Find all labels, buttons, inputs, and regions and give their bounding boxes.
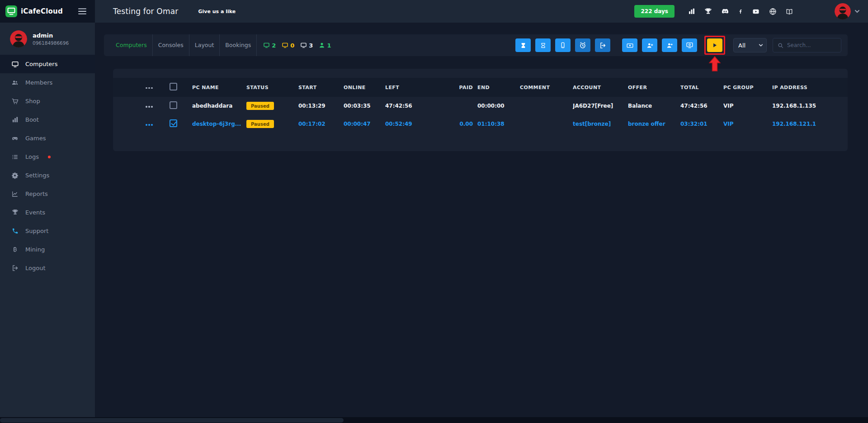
table-row[interactable]: abedhaddara Paused 00:13:29 00:03:35 47:… bbox=[113, 97, 848, 115]
horizontal-scrollbar[interactable] bbox=[0, 417, 868, 423]
pc-group-filter-wrap: All bbox=[733, 38, 767, 52]
search-box bbox=[773, 38, 841, 52]
add-member-button[interactable] bbox=[642, 38, 657, 52]
tab-layout[interactable]: Layout bbox=[189, 34, 220, 56]
alarm-button[interactable] bbox=[575, 38, 590, 52]
pc-group-filter[interactable]: All bbox=[733, 38, 767, 52]
start-session-button[interactable] bbox=[707, 38, 722, 52]
cell-end: 00:00:00 bbox=[477, 103, 520, 109]
user-name: admin bbox=[33, 32, 69, 39]
tab-computers[interactable]: Computers bbox=[110, 34, 153, 56]
notification-dot bbox=[48, 156, 51, 158]
menu-toggle-button[interactable] bbox=[77, 7, 88, 16]
scrollbar-thumb[interactable] bbox=[0, 418, 344, 423]
stats-icon[interactable] bbox=[688, 8, 696, 15]
youtube-icon[interactable] bbox=[751, 8, 760, 15]
discord-icon[interactable] bbox=[721, 8, 730, 15]
monitor-scan-icon bbox=[686, 42, 693, 49]
col-header-comment[interactable]: COMMENT bbox=[520, 85, 573, 90]
sidebar-item-logout[interactable]: Logout bbox=[0, 259, 95, 277]
avatar bbox=[835, 3, 851, 19]
col-header-pc-name[interactable]: PC NAME bbox=[192, 85, 246, 90]
cell-pc-name[interactable]: desktop-6j3rg... bbox=[192, 121, 246, 127]
toolbar: Computers Consoles Layout Bookings 2 0 3… bbox=[104, 34, 848, 56]
mobile-icon bbox=[560, 42, 566, 49]
cell-ip-address: 192.168.121.1 bbox=[772, 121, 837, 127]
col-header-offer[interactable]: OFFER bbox=[628, 85, 680, 90]
row-checkbox[interactable] bbox=[170, 101, 177, 109]
sidebar-item-mining[interactable]: Mining bbox=[0, 240, 95, 259]
cell-left: 00:52:49 bbox=[385, 121, 458, 127]
brand-area: iCafeCloud bbox=[0, 0, 95, 23]
row-checkbox[interactable] bbox=[170, 119, 177, 127]
user-plus-icon bbox=[646, 42, 654, 49]
tab-consoles[interactable]: Consoles bbox=[153, 34, 189, 56]
col-header-online[interactable]: ONLINE bbox=[344, 85, 385, 90]
cart-icon bbox=[11, 98, 19, 105]
sidebar-item-events[interactable]: Events bbox=[0, 203, 95, 222]
add-time-button[interactable] bbox=[515, 38, 531, 52]
header-actions-button[interactable] bbox=[145, 86, 154, 91]
cash-payment-button[interactable] bbox=[622, 38, 637, 52]
col-header-paid[interactable]: PAID bbox=[458, 85, 477, 90]
sidebar-item-computers[interactable]: Computers bbox=[0, 55, 95, 73]
row-actions-button[interactable] bbox=[145, 104, 154, 109]
user-block[interactable]: admin 096184986696 bbox=[0, 23, 95, 53]
col-header-end[interactable]: END bbox=[477, 85, 520, 90]
trophy-icon bbox=[11, 209, 19, 216]
set-time-button[interactable] bbox=[535, 38, 551, 52]
sidebar-item-support[interactable]: Support bbox=[0, 222, 95, 240]
sign-out-icon bbox=[599, 42, 606, 49]
select-all-checkbox[interactable] bbox=[170, 83, 177, 90]
give-us-a-like-link[interactable]: Give us a like bbox=[198, 9, 236, 14]
col-header-pc-group[interactable]: PC GROUP bbox=[723, 85, 772, 90]
col-header-account[interactable]: ACCOUNT bbox=[573, 85, 628, 90]
facebook-icon[interactable] bbox=[738, 8, 743, 15]
monitor-view-button[interactable] bbox=[682, 38, 697, 52]
search-input[interactable] bbox=[787, 42, 836, 48]
table-row[interactable]: desktop-6j3rg... Paused 00:17:02 00:00:4… bbox=[113, 115, 848, 133]
col-header-start[interactable]: START bbox=[298, 85, 344, 90]
busy-pcs-counter: 2 bbox=[263, 42, 276, 49]
toolbar-actions: All bbox=[511, 36, 841, 55]
sidebar-item-games[interactable]: Games bbox=[0, 129, 95, 147]
cell-pc-name[interactable]: abedhaddara bbox=[192, 103, 246, 109]
sidebar-item-reports[interactable]: Reports bbox=[0, 185, 95, 203]
sidebar-item-logs[interactable]: Logs bbox=[0, 147, 95, 166]
sidebar-item-members[interactable]: Members bbox=[0, 73, 95, 92]
cell-pc-group: VIP bbox=[723, 103, 772, 109]
view-tabs: Computers Consoles Layout Bookings bbox=[110, 34, 257, 56]
cell-account: JA6D27[Free] bbox=[573, 103, 628, 109]
checkout-button[interactable] bbox=[595, 38, 610, 52]
user-phone: 096184986696 bbox=[33, 40, 69, 46]
col-header-total[interactable]: TOTAL bbox=[680, 85, 723, 90]
sidebar-item-boot[interactable]: Boot bbox=[0, 110, 95, 129]
assign-member-button[interactable] bbox=[662, 38, 677, 52]
alarm-clock-icon bbox=[579, 42, 586, 49]
account-menu[interactable] bbox=[835, 3, 860, 19]
sidebar-item-settings[interactable]: Settings bbox=[0, 166, 95, 185]
book-icon[interactable] bbox=[785, 8, 793, 15]
trophy-icon[interactable] bbox=[704, 8, 712, 15]
mobile-app-button[interactable] bbox=[555, 38, 571, 52]
col-header-ip-address[interactable]: IP ADDRESS bbox=[772, 85, 837, 90]
brand-logo[interactable]: iCafeCloud bbox=[5, 5, 63, 17]
sidebar-item-shop[interactable]: Shop bbox=[0, 92, 95, 110]
col-header-left[interactable]: LEFT bbox=[385, 85, 458, 90]
monitor-icon bbox=[11, 61, 19, 68]
topbar-right: 222 days bbox=[634, 3, 868, 19]
globe-icon[interactable] bbox=[769, 8, 777, 15]
tab-bookings[interactable]: Bookings bbox=[220, 34, 257, 56]
license-days-badge[interactable]: 222 days bbox=[634, 5, 675, 18]
cell-total: 47:42:56 bbox=[680, 103, 723, 109]
col-header-status[interactable]: STATUS bbox=[246, 85, 298, 90]
row-actions-button[interactable] bbox=[145, 122, 154, 128]
money-icon bbox=[626, 42, 634, 49]
hourglass-fill-icon bbox=[520, 42, 526, 49]
status-badge: Paused bbox=[246, 102, 274, 110]
status-badge: Paused bbox=[246, 120, 274, 128]
cell-online: 00:03:35 bbox=[344, 103, 385, 109]
sidebar-nav: Computers Members Shop Boot Games Logs S… bbox=[0, 55, 95, 277]
cell-total: 03:32:01 bbox=[680, 121, 723, 127]
chart-icon bbox=[11, 191, 19, 197]
